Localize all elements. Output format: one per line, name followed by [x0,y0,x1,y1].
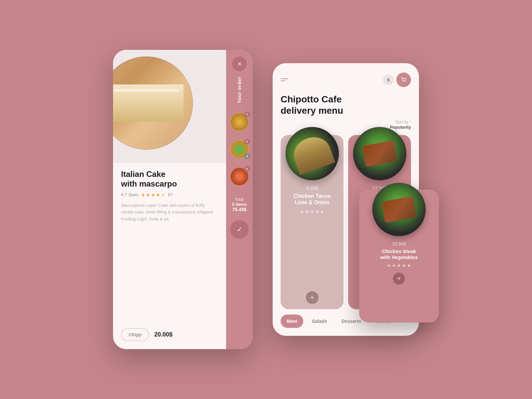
cafe-title-line1: Chipotto Cafe [281,94,342,104]
item-count-badge: 3 [244,153,250,159]
star: ★ [387,263,391,268]
cart-icon-button[interactable] [396,72,411,87]
star: ★ [397,263,401,268]
food-price: 20.00$ [154,331,173,338]
order-item-1: ✕ [230,113,249,131]
star-2: ★ [146,192,150,198]
star: ★ [320,209,324,214]
star: ★ [300,209,304,214]
rating-count: 97 [168,192,173,197]
steak-image [353,127,406,180]
checkout-button[interactable]: ✓ [230,220,249,239]
star: ★ [305,209,309,214]
sort-label-text: Sort by [396,120,408,124]
main-panel: Italian Cake with mascarpо 4.7 Stars ★ ★… [113,50,226,349]
cafe-title: Chipotto Cafe delivery menu [281,94,411,116]
food-title-line2: with mascarpо [121,179,177,188]
food-rating: 4.7 Stars ★ ★ ★ ★ ★ 97 [121,192,218,198]
phone-right-header: 5 [281,72,411,87]
food-card-taco: 8.25$ Chicken Tacos Lime & Onion ★ ★ ★ ★… [281,135,343,309]
order-sidebar: ✕ Your order ✕ ✕ 3 ✕ Total: 5 items [226,50,253,349]
tab-salads[interactable]: Salads [306,315,333,328]
small-plate [372,183,426,236]
small-add-button[interactable]: + [393,273,405,285]
star: ★ [310,209,314,214]
star: ★ [392,263,396,268]
tab-desserts-label: Desserts [341,319,361,324]
cake-image [113,57,193,150]
tab-salads-label: Salads [312,319,327,324]
star-3: ★ [151,192,155,198]
food-title: Italian Cake with mascarpо [121,170,218,189]
food-info: Italian Cake with mascarpо 4.7 Stars ★ ★… [113,163,226,323]
svg-point-1 [405,81,406,82]
total-price: 75.45$ [232,207,247,212]
weight-value: 230g/p [128,332,142,337]
taco-image [286,127,339,180]
menu-line [281,80,285,81]
star: ★ [407,263,411,268]
food-plate [113,57,193,150]
cart-icon [400,77,407,82]
right-screen-wrapper: 5 Chipotto Cafe delivery menu [273,63,419,336]
phone-small-overlay: 23.50$ Chicken Steak with Vegetables ★ ★… [359,190,439,323]
small-price: 23.50$ [364,241,434,246]
steak-plate [353,127,406,180]
stars: ★ ★ ★ ★ ★ [141,192,165,198]
star-4: ★ [156,192,160,198]
taco-price-value: 8.25$ [306,186,318,191]
taco-title-line1: Chicken Tacos [294,193,331,199]
taco-title: Chicken Tacos Lime & Onion [294,193,331,205]
your-order-label: Your order [237,76,242,103]
total-items: 5 items [232,202,247,207]
weight-badge: 230g/p [121,328,149,341]
remove-item-2[interactable]: ✕ [244,139,250,145]
taco-plate [286,127,339,180]
order-item-3: ✕ [230,167,249,186]
svg-point-0 [403,81,403,82]
taco-price: 8.25$ [306,186,318,191]
sort-label: Sort by ˅ [396,120,411,124]
menu-icon-right[interactable] [281,78,288,81]
remove-item-3[interactable]: ✕ [244,166,250,172]
small-title: Chicken Steak with Vegetables [364,248,434,260]
menu-line [281,78,288,79]
sort-chevron-icon: ˅ [409,120,411,124]
star: ★ [315,209,319,214]
total-label: Total: [232,197,247,202]
cart-count-badge: 5 [383,74,394,85]
phone-left: Italian Cake with mascarpо 4.7 Stars ★ ★… [113,50,253,349]
tab-meet[interactable]: Meet [281,315,303,328]
add-taco-button[interactable]: + [306,291,319,304]
star: ★ [402,263,406,268]
small-title-line2: with Vegetables [380,254,418,260]
small-steak-image [372,183,426,236]
close-button[interactable]: ✕ [232,57,247,71]
taco-title-line2: Lime & Onion [295,200,330,205]
small-title-line1: Chicken Steak [382,248,416,254]
star-half: ★ [161,192,165,198]
food-description: Mascarpone Layer Cake with layers of flu… [121,202,218,223]
tab-meet-label: Meet [287,319,297,324]
food-footer: 230g/p 20.00$ [113,323,226,349]
taco-stars: ★ ★ ★ ★ ★ [300,209,324,214]
screens-container: Italian Cake with mascarpо 4.7 Stars ★ ★… [113,50,419,349]
cart-badge-area: 5 [383,72,411,87]
small-stars: ★ ★ ★ ★ ★ [364,263,434,268]
order-total: Total: 5 items 75.45$ [232,197,247,212]
food-image-area [113,50,226,163]
rating-label: 4.7 Stars [121,192,138,197]
remove-item-1[interactable]: ✕ [244,111,250,117]
food-title-line1: Italian Cake [121,170,165,179]
cafe-title-line2: delivery menu [281,105,343,116]
order-item-2: ✕ 3 [230,140,249,159]
small-price-value: 23.50$ [392,241,406,246]
star-1: ★ [141,192,145,198]
